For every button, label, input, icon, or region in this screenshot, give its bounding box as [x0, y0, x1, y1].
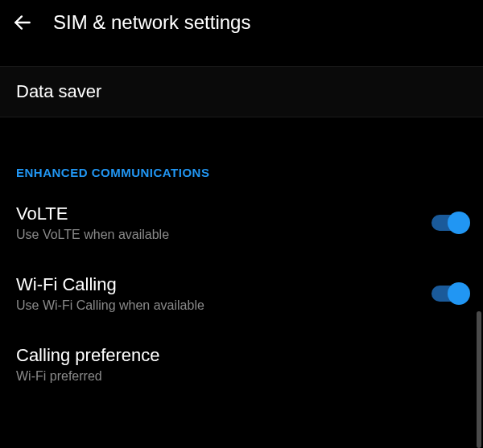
- setting-row-volte[interactable]: VoLTE Use VoLTE when available: [0, 186, 483, 257]
- setting-row-wifi-calling[interactable]: Wi-Fi Calling Use Wi-Fi Calling when ava…: [0, 257, 483, 327]
- back-arrow-icon[interactable]: [11, 11, 34, 34]
- toggle-knob: [448, 282, 470, 305]
- data-saver-row[interactable]: Data saver: [0, 66, 483, 117]
- scrollbar[interactable]: [477, 311, 481, 448]
- calling-preference-subtitle: Wi-Fi preferred: [16, 369, 160, 384]
- app-header: SIM & network settings: [0, 0, 483, 45]
- wifi-calling-title: Wi-Fi Calling: [16, 274, 204, 295]
- setting-text: Wi-Fi Calling Use Wi-Fi Calling when ava…: [16, 274, 204, 313]
- spacer: [0, 45, 483, 66]
- setting-text: VoLTE Use VoLTE when available: [16, 203, 169, 242]
- setting-text: Calling preference Wi-Fi preferred: [16, 345, 160, 384]
- wifi-calling-toggle[interactable]: [431, 286, 467, 302]
- page-title: SIM & network settings: [53, 11, 250, 34]
- toggle-knob: [448, 212, 470, 234]
- calling-preference-title: Calling preference: [16, 345, 160, 366]
- spacer: [0, 117, 483, 166]
- section-header-enhanced-communications: ENHANCED COMMUNICATIONS: [0, 166, 483, 186]
- volte-title: VoLTE: [16, 203, 169, 224]
- setting-row-calling-preference[interactable]: Calling preference Wi-Fi preferred: [0, 327, 483, 398]
- wifi-calling-subtitle: Use Wi-Fi Calling when available: [16, 298, 204, 313]
- volte-subtitle: Use VoLTE when available: [16, 228, 169, 242]
- data-saver-label: Data saver: [16, 81, 467, 102]
- volte-toggle[interactable]: [431, 215, 467, 231]
